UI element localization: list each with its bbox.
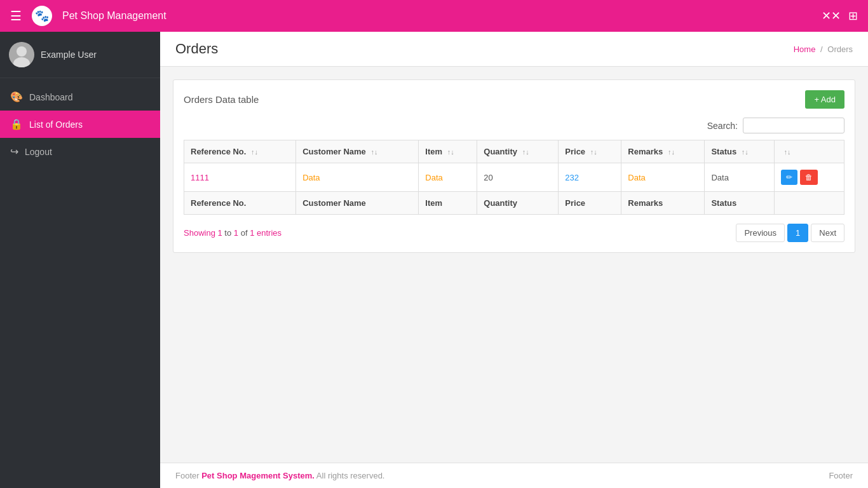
- sidebar-item-logout[interactable]: ↪ Logout: [0, 138, 160, 165]
- footer-rights: All rights reserved.: [316, 471, 385, 480]
- col-actions: ↑↓: [775, 140, 844, 163]
- sidebar-item-dashboard[interactable]: 🎨 Dashboard: [0, 83, 160, 111]
- breadcrumb-current: Orders: [827, 44, 853, 54]
- showing-text: Showing 1 to 1 of 1 entries: [184, 228, 281, 238]
- sidebar: Example User 🎨 Dashboard 🔒 List of Order…: [0, 32, 160, 488]
- footer-status: Status: [705, 192, 775, 215]
- ref-no-link[interactable]: 1111: [191, 173, 209, 182]
- sidebar-nav: 🎨 Dashboard 🔒 List of Orders ↪ Logout: [0, 83, 160, 165]
- edit-button[interactable]: ✏: [781, 170, 797, 185]
- pagination-row: Showing 1 to 1 of 1 entries Previous 1 N…: [184, 224, 844, 242]
- page-header: Orders Home / Orders: [160, 32, 868, 67]
- footer-left: Footer Pet Shop Magement System. All rig…: [175, 471, 384, 480]
- footer-quantity: Quantity: [477, 192, 559, 215]
- footer: Footer Pet Shop Magement System. All rig…: [160, 463, 868, 488]
- page-1-button[interactable]: 1: [787, 224, 808, 242]
- cell-ref-no: 1111: [184, 163, 296, 192]
- grid-icon[interactable]: ⊞: [848, 9, 858, 23]
- cell-status: Data: [705, 163, 775, 192]
- orders-table: Reference No. ↑↓ Customer Name ↑↓ Item ↑…: [184, 140, 844, 215]
- card-title: Orders Data table: [184, 94, 259, 105]
- logout-icon: ↪: [10, 146, 18, 158]
- footer-price: Price: [559, 192, 621, 215]
- footer-ref-no: Reference No.: [184, 192, 296, 215]
- footer-prefix: Footer: [175, 471, 200, 480]
- app-title: Pet Shop Management: [62, 10, 166, 22]
- avatar: [9, 42, 34, 67]
- footer-item: Item: [419, 192, 477, 215]
- table-footer-row: Reference No. Customer Name Item Quantit…: [184, 192, 844, 215]
- main-layout: Example User 🎨 Dashboard 🔒 List of Order…: [0, 32, 868, 488]
- col-remarks[interactable]: Remarks ↑↓: [621, 140, 705, 163]
- cell-customer-name: Data: [296, 163, 419, 192]
- page-title: Orders: [175, 41, 218, 57]
- svg-point-1: [17, 46, 27, 57]
- breadcrumb: Home / Orders: [794, 44, 853, 54]
- cell-price: 232: [559, 163, 621, 192]
- footer-remarks: Remarks: [621, 192, 705, 215]
- sidebar-item-dashboard-label: Dashboard: [29, 92, 73, 102]
- search-bar: Search:: [184, 118, 844, 133]
- hamburger-icon[interactable]: ☰: [10, 8, 22, 24]
- col-customer-name[interactable]: Customer Name ↑↓: [296, 140, 419, 163]
- col-quantity[interactable]: Quantity ↑↓: [477, 140, 559, 163]
- pagination: Previous 1 Next: [736, 224, 844, 242]
- delete-button[interactable]: 🗑: [800, 170, 818, 185]
- topnav-right: ✕✕ ⊞: [822, 9, 858, 23]
- next-button[interactable]: Next: [811, 224, 844, 242]
- dashboard-icon: 🎨: [10, 91, 23, 103]
- search-label: Search:: [707, 121, 738, 131]
- cell-quantity: 20: [477, 163, 559, 192]
- col-status[interactable]: Status ↑↓: [705, 140, 775, 163]
- compress-icon[interactable]: ✕✕: [822, 9, 841, 23]
- footer-customer-name: Customer Name: [296, 192, 419, 215]
- col-ref-no[interactable]: Reference No. ↑↓: [184, 140, 296, 163]
- search-input[interactable]: [743, 118, 844, 133]
- content-area: Orders Home / Orders Orders Data table +…: [160, 32, 868, 488]
- cell-item: Data: [419, 163, 477, 192]
- sidebar-item-orders-label: List of Orders: [29, 119, 83, 130]
- previous-button[interactable]: Previous: [736, 224, 785, 242]
- breadcrumb-separator: /: [820, 44, 823, 54]
- topnav-left: ☰ 🐾 Pet Shop Management: [10, 6, 166, 26]
- footer-right: Footer: [829, 471, 853, 480]
- sidebar-item-logout-label: Logout: [25, 147, 52, 157]
- cell-remarks: Data: [621, 163, 705, 192]
- sidebar-item-list-of-orders[interactable]: 🔒 List of Orders: [0, 111, 160, 138]
- card-header: Orders Data table + Add: [184, 90, 844, 109]
- top-navbar: ☰ 🐾 Pet Shop Management ✕✕ ⊞: [0, 0, 868, 32]
- add-button[interactable]: + Add: [805, 90, 844, 109]
- sidebar-username: Example User: [41, 50, 97, 60]
- col-price[interactable]: Price ↑↓: [559, 140, 621, 163]
- cell-actions: ✏ 🗑: [775, 163, 844, 192]
- footer-brand: Pet Shop Magement System.: [201, 471, 315, 480]
- sidebar-user: Example User: [0, 32, 160, 78]
- breadcrumb-home[interactable]: Home: [794, 44, 816, 54]
- col-item[interactable]: Item ↑↓: [419, 140, 477, 163]
- footer-actions: [775, 192, 844, 215]
- table-row: 1111 Data Data 20 232 Data Data ✏ 🗑: [184, 163, 844, 192]
- table-header-row: Reference No. ↑↓ Customer Name ↑↓ Item ↑…: [184, 140, 844, 163]
- app-logo: 🐾: [32, 6, 52, 26]
- orders-card: Orders Data table + Add Search: Referenc…: [173, 79, 855, 253]
- orders-icon: 🔒: [10, 118, 23, 130]
